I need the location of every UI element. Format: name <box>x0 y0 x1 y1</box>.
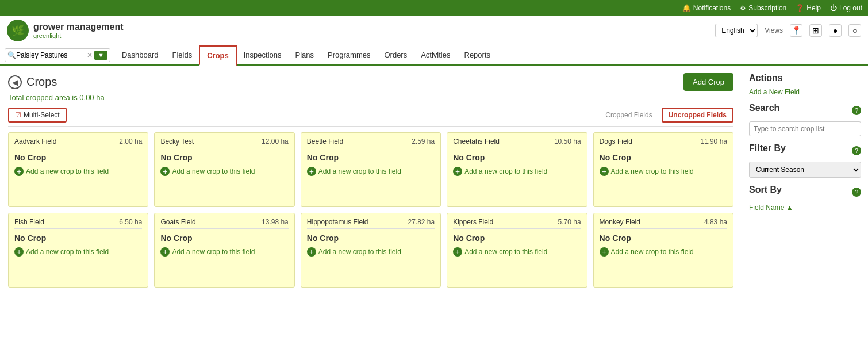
no-crop-label: No Crop <box>307 153 435 162</box>
logo-text: grower management greenlight <box>33 21 123 40</box>
add-crop-to-field-link[interactable]: + Add a new crop to this field <box>160 167 288 176</box>
add-crop-text: Add a new crop to this field <box>318 248 401 256</box>
sort-help-icon[interactable]: ? <box>852 188 861 197</box>
no-crop-label: No Crop <box>14 234 142 243</box>
no-crop-label: No Crop <box>600 153 727 162</box>
nav-reports[interactable]: Reports <box>458 46 498 66</box>
nav-plans[interactable]: Plans <box>289 46 321 66</box>
view-circle-btn[interactable]: ● <box>829 24 842 37</box>
field-name: Kippers Field <box>453 218 493 226</box>
view-map-btn[interactable]: 📍 <box>790 24 802 37</box>
add-crop-to-field-link[interactable]: + Add a new crop to this field <box>453 167 581 176</box>
search-section-header: Search ? <box>749 103 861 118</box>
plus-icon: + <box>307 247 316 257</box>
field-area: 13.98 ha <box>262 218 289 226</box>
crop-card: Cheetahs Field 10.50 ha No Crop + Add a … <box>447 132 587 207</box>
add-crop-to-field-link[interactable]: + Add a new crop to this field <box>600 247 727 257</box>
crop-search-input[interactable] <box>749 121 861 136</box>
field-area: 11.90 ha <box>700 137 727 146</box>
farm-search-input[interactable] <box>16 51 85 59</box>
crop-card-header: Hippopotamus Field 27.82 ha <box>307 218 435 229</box>
crop-card-header: Kippers Field 5.70 ha <box>453 218 581 229</box>
sidebar: Actions Add a New Field Search ? Filter … <box>742 66 868 352</box>
field-area: 2.00 ha <box>119 137 142 146</box>
field-name: Hippopotamus Field <box>307 218 368 226</box>
subscription-btn[interactable]: ⚙ Subscription <box>740 4 786 12</box>
field-name: Aadvark Field <box>14 137 56 146</box>
logo-icon: 🌿 <box>7 20 29 41</box>
add-crop-text: Add a new crop to this field <box>172 248 255 256</box>
add-crop-to-field-link[interactable]: + Add a new crop to this field <box>14 167 142 176</box>
sort-section-header: Sort By ? <box>749 185 861 200</box>
plus-icon: + <box>160 167 170 176</box>
farm-dropdown-btn[interactable]: ▼ <box>94 51 107 60</box>
no-crop-label: No Crop <box>453 234 581 243</box>
sort-field-name[interactable]: Field Name ▲ <box>749 204 793 212</box>
filter-select[interactable]: Current Season <box>749 162 861 178</box>
no-crop-label: No Crop <box>160 153 288 162</box>
back-button[interactable]: ◀ <box>8 75 22 89</box>
view-grid-btn[interactable]: ⊞ <box>809 24 822 37</box>
crop-card: Kippers Field 5.70 ha No Crop + Add a ne… <box>447 213 587 288</box>
add-new-field-link[interactable]: Add a New Field <box>749 88 861 96</box>
crop-card-header: Dogs Field 11.90 ha <box>600 137 727 148</box>
crop-card: Hippopotamus Field 27.82 ha No Crop + Ad… <box>301 213 441 288</box>
nav-activities[interactable]: Activities <box>414 46 457 66</box>
crop-card-header: Beetle Field 2.59 ha <box>307 137 435 148</box>
field-name: Cheetahs Field <box>453 137 500 146</box>
add-crop-to-field-link[interactable]: + Add a new crop to this field <box>307 167 435 176</box>
crop-card: Monkey Field 4.83 ha No Crop + Add a new… <box>593 213 733 288</box>
crop-card: Becky Test 12.00 ha No Crop + Add a new … <box>154 132 294 207</box>
bell-icon: 🔔 <box>682 4 691 12</box>
field-name: Becky Test <box>160 137 194 146</box>
crop-card-header: Cheetahs Field 10.50 ha <box>453 137 581 148</box>
add-crop-text: Add a new crop to this field <box>26 248 109 256</box>
field-name: Dogs Field <box>600 137 632 146</box>
farm-search[interactable]: 🔍 ✕ ▼ <box>5 48 110 62</box>
add-crop-button[interactable]: Add Crop <box>683 73 733 91</box>
header: 🌿 grower management greenlight English V… <box>0 16 868 45</box>
search-title: Search <box>749 103 779 113</box>
search-help-icon[interactable]: ? <box>852 106 861 115</box>
help-btn[interactable]: ❓ Help <box>796 4 821 12</box>
field-name: Goats Field <box>160 218 195 226</box>
page-title-area: ◀ Crops <box>8 75 57 89</box>
add-crop-to-field-link[interactable]: + Add a new crop to this field <box>160 247 288 257</box>
filter-help-icon[interactable]: ? <box>852 146 861 155</box>
logo-area: 🌿 grower management greenlight <box>7 20 123 41</box>
no-crop-label: No Crop <box>160 234 288 243</box>
nav-fields[interactable]: Fields <box>166 46 199 66</box>
crop-card-header: Becky Test 12.00 ha <box>160 137 288 148</box>
plus-icon: + <box>307 167 316 176</box>
nav-inspections[interactable]: Inspections <box>237 46 289 66</box>
clear-search-btn[interactable]: ✕ <box>87 51 93 59</box>
header-right: English Views 📍 ⊞ ● ○ <box>715 24 861 37</box>
cropped-fields-tab[interactable]: Cropped Fields <box>600 109 658 121</box>
add-crop-to-field-link[interactable]: + Add a new crop to this field <box>453 247 581 257</box>
field-tabs: Cropped Fields Uncropped Fields <box>600 108 733 123</box>
add-crop-text: Add a new crop to this field <box>172 167 255 175</box>
nav-dashboard[interactable]: Dashboard <box>115 46 166 66</box>
total-area-label: Total cropped area is 0.00 ha <box>8 93 733 102</box>
nav-crops[interactable]: Crops <box>199 45 237 66</box>
nav-orders[interactable]: Orders <box>377 46 414 66</box>
logout-btn[interactable]: ⏻ Log out <box>830 4 862 12</box>
add-crop-to-field-link[interactable]: + Add a new crop to this field <box>14 247 142 257</box>
no-crop-label: No Crop <box>14 153 142 162</box>
add-crop-text: Add a new crop to this field <box>464 248 547 256</box>
language-select[interactable]: English <box>715 24 758 37</box>
nav-programmes[interactable]: Programmes <box>321 46 377 66</box>
multi-select-button[interactable]: ☑ Multi-Select <box>8 108 67 123</box>
field-area: 4.83 ha <box>704 218 727 226</box>
crop-card-header: Aadvark Field 2.00 ha <box>14 137 142 148</box>
gear-icon: ⚙ <box>740 4 746 12</box>
add-crop-to-field-link[interactable]: + Add a new crop to this field <box>600 167 727 176</box>
field-area: 5.70 ha <box>558 218 581 226</box>
add-crop-to-field-link[interactable]: + Add a new crop to this field <box>307 247 435 257</box>
uncropped-fields-tab[interactable]: Uncropped Fields <box>662 108 733 123</box>
view-empty-btn[interactable]: ○ <box>848 24 861 37</box>
plus-icon: + <box>600 247 609 257</box>
layout: ◀ Crops Add Crop Total cropped area is 0… <box>0 66 868 352</box>
crop-card: Dogs Field 11.90 ha No Crop + Add a new … <box>593 132 733 207</box>
notifications-btn[interactable]: 🔔 Notifications <box>682 4 731 12</box>
